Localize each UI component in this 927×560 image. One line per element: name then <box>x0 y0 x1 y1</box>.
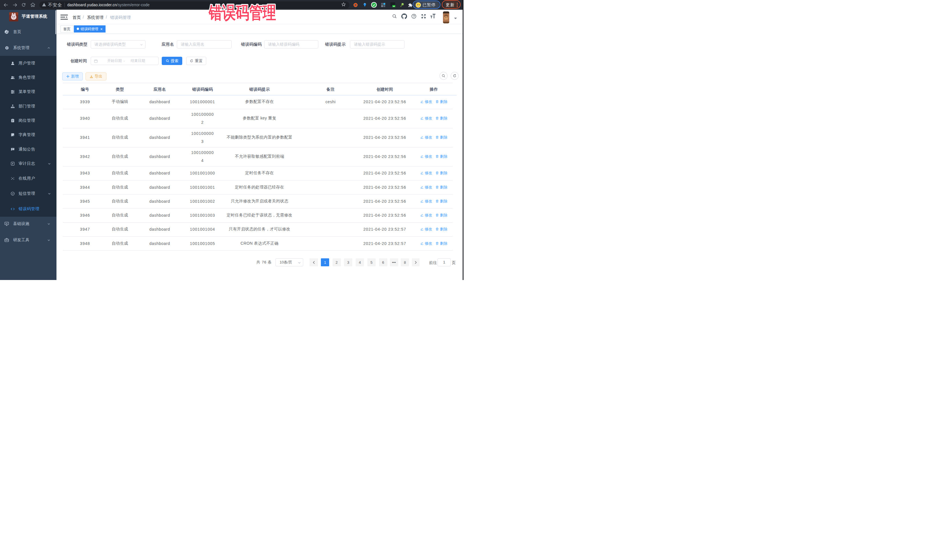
svg-text:错误码管理: 错误码管理 <box>208 3 276 22</box>
svg-text:on: on <box>393 5 395 7</box>
